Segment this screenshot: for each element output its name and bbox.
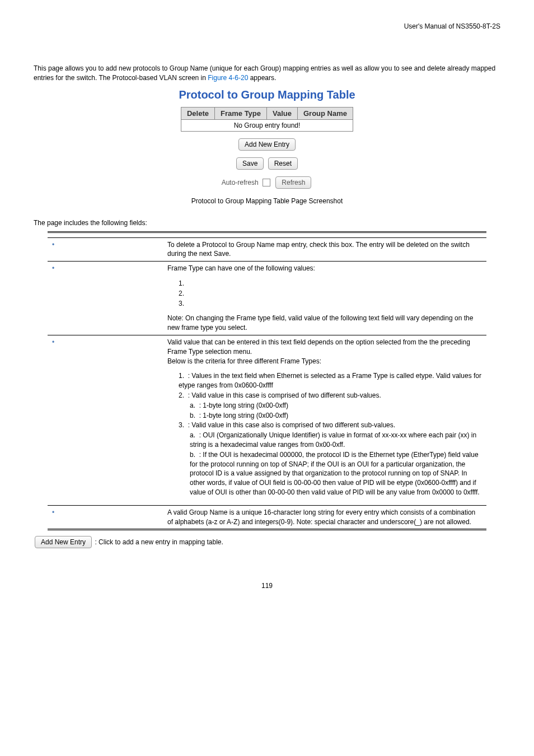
add-new-entry-button[interactable]: Add New Entry: [238, 138, 296, 151]
value-intro1: Valid value that can be entered in this …: [167, 338, 482, 357]
mapping-table-container: Delete Frame Type Value Group Name No Gr…: [34, 107, 500, 132]
th-value: Value: [267, 107, 298, 119]
header-object: [48, 232, 163, 237]
figure-caption-text: Protocol to Group Mapping Table Page Scr…: [191, 197, 343, 205]
desc-value: Valid value that can be entered in this …: [163, 335, 486, 505]
intro-text-after: appears.: [248, 74, 276, 82]
value-llc-desc: : Valid value in this case is comprised …: [188, 391, 381, 399]
fields-intro: The page includes the following fields:: [34, 219, 500, 227]
value-llc: 2. : Valid value in this case is compris…: [179, 391, 482, 400]
table-row: • Frame Type can have one of the followi…: [48, 262, 486, 335]
frame-type-note: Note: On changing the Frame type field, …: [167, 314, 482, 333]
add-new-entry-desc: : Click to add a new entry in mapping ta…: [95, 538, 223, 546]
desc-group-name: A valid Group Name is a unique 16-charac…: [163, 505, 486, 530]
opt-ethernet: 1.: [179, 279, 482, 288]
reset-button[interactable]: Reset: [268, 157, 298, 170]
value-snap-desc: : Valid value in this case also is compr…: [188, 421, 395, 429]
auto-refresh-checkbox[interactable]: [263, 179, 270, 186]
table-row: • Valid value that can be entered in thi…: [48, 335, 486, 505]
object-group-name: •: [48, 505, 163, 530]
object-value: •: [48, 335, 163, 505]
th-delete: Delete: [181, 107, 214, 119]
add-new-entry-button-doc[interactable]: Add New Entry: [35, 536, 92, 548]
auto-refresh-label: Auto-refresh: [222, 179, 259, 186]
value-eth-desc: : Values in the text field when Ethernet…: [179, 372, 481, 389]
frame-type-intro: Frame Type can have one of the following…: [167, 264, 482, 273]
refresh-button[interactable]: Refresh: [275, 176, 311, 189]
empty-row: No Group entry found!: [181, 119, 353, 131]
th-group-name: Group Name: [298, 107, 353, 119]
desc-delete: To delete a Protocol to Group Name map e…: [163, 237, 486, 262]
opt-llc: 2.: [179, 289, 482, 298]
page-number: 119: [34, 582, 500, 590]
opt-snap: 3.: [179, 299, 482, 309]
value-snap-a-desc: : OUI (Organizationally Unique Identifie…: [190, 431, 476, 449]
header-description: [163, 232, 486, 237]
value-snap-b-desc: : If the OUI is hexadecimal 000000, the …: [190, 451, 480, 496]
intro-paragraph: This page allows you to add new protocol…: [34, 64, 500, 83]
object-frame-type: •: [48, 262, 163, 335]
save-button[interactable]: Save: [236, 157, 264, 170]
table-row: • To delete a Protocol to Group Name map…: [48, 237, 486, 262]
figure-link[interactable]: Figure 4-6-20: [208, 74, 248, 82]
value-eth: 1. : Values in the text field when Ether…: [179, 371, 482, 390]
th-frame-type: Frame Type: [215, 107, 267, 119]
mapping-table: Delete Frame Type Value Group Name No Gr…: [181, 107, 353, 132]
value-llc-b-desc: : 1-byte long string (0x00-0xff): [199, 412, 288, 419]
value-intro2: Below is the criteria for three differen…: [167, 357, 482, 366]
value-llc-a: a. : 1-byte long string (0x00-0xff): [190, 401, 482, 410]
buttons-add-row: Add New Entry : Click to add a new entry…: [34, 536, 500, 548]
table-row: • A valid Group Name is a unique 16-char…: [48, 505, 486, 530]
page-header: User's Manual of NS3550-8T-2S: [34, 22, 500, 30]
figure-caption: Protocol to Group Mapping Table Page Scr…: [34, 197, 500, 205]
desc-frame-type: Frame Type can have one of the following…: [163, 262, 486, 335]
value-snap-b: b. : If the OUI is hexadecimal 000000, t…: [190, 450, 482, 497]
auto-refresh-row: Auto-refresh Refresh: [34, 176, 500, 189]
value-snap-a: a. : OUI (Organizationally Unique Identi…: [190, 431, 482, 450]
value-snap: 3. : Valid value in this case also is co…: [179, 421, 482, 430]
description-table: • To delete a Protocol to Group Name map…: [48, 231, 486, 531]
value-llc-b: b. : 1-byte long string (0x00-0xff): [190, 411, 482, 421]
mapping-table-title: Protocol to Group Mapping Table: [34, 88, 500, 101]
value-llc-a-desc: : 1-byte long string (0x00-0xff): [199, 402, 288, 409]
object-delete: •: [48, 237, 163, 262]
